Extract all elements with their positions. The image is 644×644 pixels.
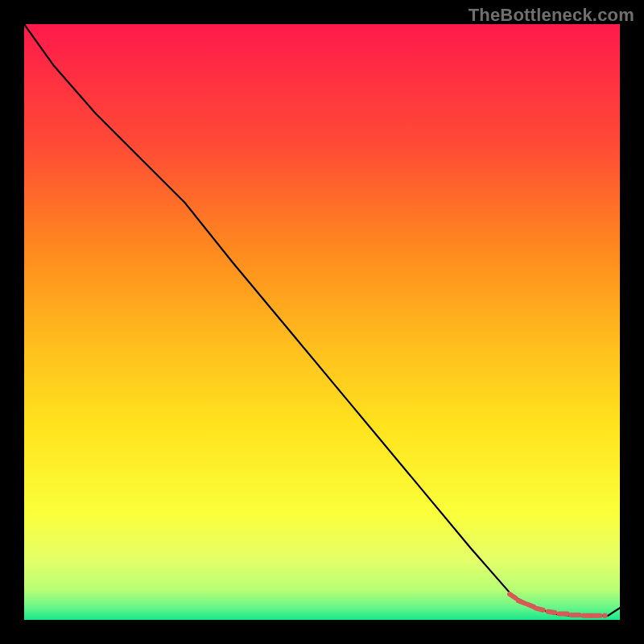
svg-line-1	[518, 601, 525, 603]
gradient-background	[24, 24, 620, 620]
svg-line-2	[527, 605, 534, 607]
svg-line-0	[510, 594, 515, 598]
chart-plot	[24, 24, 620, 620]
chart-frame: TheBottleneck.com	[0, 0, 644, 644]
svg-line-4	[547, 612, 555, 613]
svg-line-3	[536, 609, 543, 610]
svg-point-9	[602, 613, 607, 618]
watermark-text: TheBottleneck.com	[469, 5, 634, 26]
